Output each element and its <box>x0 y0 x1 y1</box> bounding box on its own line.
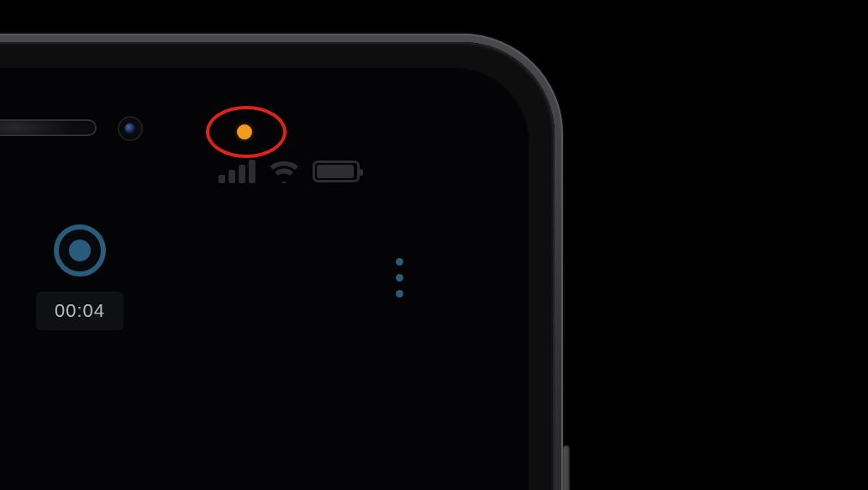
phone-screen: T 00:04 <box>0 67 529 490</box>
front-camera-lens <box>124 123 136 134</box>
battery-icon <box>313 161 360 182</box>
record-inner-dot <box>69 240 91 261</box>
phone-chassis: T 00:04 <box>0 34 563 490</box>
screenshot-stage: T 00:04 <box>0 0 868 490</box>
status-bar <box>218 160 360 183</box>
phone-rim: T 00:04 <box>0 42 555 490</box>
recording-meta: 2020 9:39:41 AM <box>0 326 34 396</box>
recording-time: 9:39:41 AM <box>0 369 34 396</box>
wifi-icon <box>269 160 299 183</box>
microphone-indicator-dot <box>237 124 252 140</box>
recording-timer: 00:04 <box>36 292 124 330</box>
recording-year: 2020 <box>0 326 34 364</box>
battery-fill <box>317 165 354 178</box>
front-camera <box>118 116 143 141</box>
more-vertical-icon <box>396 258 403 298</box>
more-options-button[interactable] <box>336 258 462 298</box>
recording-toolbar: T 00:04 <box>0 219 462 336</box>
cellular-signal-icon <box>218 160 255 183</box>
side-power-button[interactable] <box>563 445 570 490</box>
earpiece-speaker <box>0 119 97 136</box>
record-icon <box>54 224 106 277</box>
record-button[interactable]: 00:04 <box>17 224 143 330</box>
